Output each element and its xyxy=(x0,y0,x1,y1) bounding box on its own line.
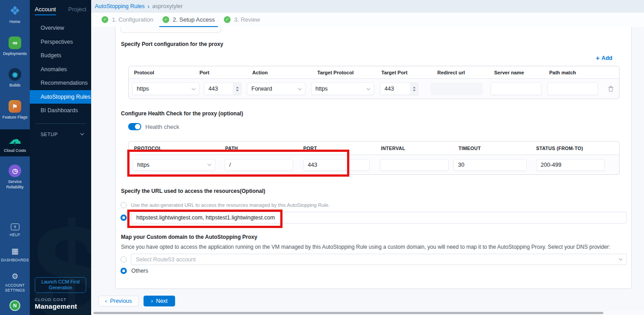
service-reliability-icon: ◷ xyxy=(9,164,21,177)
help-icon: ? xyxy=(11,224,19,230)
nav-home[interactable]: ❖ Home xyxy=(0,5,30,25)
hc-timeout-field xyxy=(454,159,527,171)
nav-dashboards[interactable]: ▦ DASHBOARDS xyxy=(0,247,30,263)
auto-url-radio[interactable] xyxy=(120,202,127,208)
nav-cloud-costs[interactable]: ☁$ Cloud Costs xyxy=(0,133,30,154)
nav-deployments[interactable]: ∞ Deployments xyxy=(0,37,30,57)
others-radio[interactable] xyxy=(120,268,127,274)
hc-status-field xyxy=(536,159,605,171)
path-match-input[interactable] xyxy=(552,86,593,92)
deployments-icon: ∞ xyxy=(9,37,21,49)
col-hc-interval: INTERVAL xyxy=(375,146,453,151)
next-button[interactable]: › Next xyxy=(144,296,175,306)
hc-path-input[interactable] xyxy=(229,162,288,168)
step-review[interactable]: ✓ 3. Review xyxy=(221,13,263,27)
col-action: Action xyxy=(247,70,312,75)
sidebar-item-perspectives[interactable]: Perspectives xyxy=(30,35,91,49)
breadcrumb-autostopping-rules[interactable]: AutoStopping Rules xyxy=(95,3,145,9)
protocol-select[interactable]: https xyxy=(132,82,199,95)
action-select[interactable]: Forward xyxy=(247,82,306,95)
route53-radio[interactable] xyxy=(120,256,127,263)
col-hc-port: PORT xyxy=(298,146,375,151)
chevron-down-icon xyxy=(366,86,370,90)
sidebar-setup-group[interactable]: SETUP xyxy=(30,132,91,137)
port-config-row: https 443 Forward https 4 xyxy=(129,79,619,99)
tab-project[interactable]: Project xyxy=(68,6,86,15)
horizontal-scrollbar-thumb[interactable] xyxy=(93,312,603,314)
step-configuration[interactable]: ✓ 1. Configuration xyxy=(98,13,157,27)
hc-port-input[interactable] xyxy=(308,162,365,168)
health-check-table: PROTOCOL PATH PORT INTERVAL TIMEOUT STAT… xyxy=(128,141,620,175)
nav-account-settings[interactable]: ⚙ ACCOUNT SETTINGS xyxy=(0,273,30,293)
setup-access-card: Specify Port configuration for the proxy… xyxy=(115,27,632,289)
path-match-field xyxy=(547,82,598,95)
health-check-toggle-row: Health check xyxy=(128,123,179,130)
redirect-url-input xyxy=(435,86,478,92)
sidebar-item-overview[interactable]: Overview xyxy=(30,21,91,35)
port-config-title: Specify Port configuration for the proxy xyxy=(121,41,223,47)
sidebar-item-budgets[interactable]: Budgets xyxy=(30,49,91,63)
sidebar-item-anomalies[interactable]: Anomalies xyxy=(30,63,91,77)
nav-builds[interactable]: ◉ Builds xyxy=(0,68,30,88)
nav-account-settings-label: ACCOUNT SETTINGS xyxy=(0,283,30,293)
sidebar-item-autostopping-rules[interactable]: AutoStopping Rules xyxy=(30,90,91,104)
cloud-costs-icon: ☁$ xyxy=(9,133,22,146)
route53-placeholder: Select Route53 account xyxy=(136,256,196,263)
hc-timeout-input[interactable] xyxy=(458,162,522,168)
custom-url-input[interactable] xyxy=(131,212,627,224)
col-target-protocol: Target Protocol xyxy=(312,70,376,75)
product-eyebrow: CLOUD COST xyxy=(35,297,77,302)
nav-builds-label: Builds xyxy=(9,83,22,88)
builds-icon: ◉ xyxy=(9,68,21,81)
product-brand: CLOUD COST Management xyxy=(35,297,77,310)
col-port: Port xyxy=(194,70,247,75)
scrolled-element-fragment xyxy=(120,27,221,33)
wizard-stepper: ✓ 1. Configuration ✓ 2. Setup Access ✓ 3… xyxy=(91,13,644,27)
target-port-stepper[interactable]: 443 xyxy=(380,82,418,95)
breadcrumb: AutoStopping Rules › asproxytyler xyxy=(91,0,644,13)
number-spinner-icon[interactable] xyxy=(233,83,241,95)
col-hc-timeout: TIMEOUT xyxy=(453,146,531,151)
hc-status-input[interactable] xyxy=(541,162,600,168)
server-name-input[interactable] xyxy=(495,86,537,92)
delete-row-button[interactable] xyxy=(608,86,614,92)
route53-account-select[interactable]: Select Route53 account xyxy=(131,254,627,265)
nav-help-label: HELP xyxy=(9,233,21,237)
nav-home-label: Home xyxy=(9,19,21,25)
tab-account[interactable]: Account xyxy=(35,6,56,15)
col-path-match: Path match xyxy=(544,70,620,75)
col-hc-path: PATH xyxy=(220,146,298,151)
hc-interval-input[interactable] xyxy=(385,162,444,168)
add-port-row-button[interactable]: + Add xyxy=(596,54,612,62)
feature-flags-icon: ⚑ xyxy=(9,100,21,113)
check-circle-icon: ✓ xyxy=(162,16,169,23)
nav-cloud-costs-selected: ☁$ Cloud Costs xyxy=(0,129,30,157)
hc-protocol-select[interactable]: https xyxy=(133,159,215,171)
breadcrumb-separator-icon: › xyxy=(148,4,150,9)
custom-url-radio[interactable] xyxy=(120,215,127,221)
step-setup-access[interactable]: ✓ 2. Setup Access xyxy=(159,13,218,27)
col-server-name: Server name xyxy=(489,70,544,75)
col-hc-status: STATUS (FROM-TO) xyxy=(531,146,620,151)
product-name: Management xyxy=(35,302,77,310)
hc-interval-field xyxy=(380,159,449,171)
target-protocol-select[interactable]: https xyxy=(311,82,374,95)
user-avatar[interactable]: N xyxy=(9,300,20,311)
nav-service-reliability[interactable]: ◷ Service Reliability xyxy=(0,164,30,190)
ccm-sidebar: $ Account Project Overview Perspectives … xyxy=(30,0,91,315)
nav-help[interactable]: ? HELP xyxy=(0,224,30,237)
launch-ccm-first-gen-button[interactable]: Launch CCM First Generation xyxy=(35,277,86,293)
health-check-toggle[interactable] xyxy=(128,123,141,130)
nav-feature-flags[interactable]: ⚑ Feature Flags xyxy=(0,100,30,120)
sidebar-item-bi-dashboards[interactable]: BI Dashboards xyxy=(30,104,91,118)
check-circle-icon: ✓ xyxy=(102,16,108,23)
harness-logo-icon: ❖ xyxy=(9,5,20,17)
redirect-url-field xyxy=(431,82,483,95)
add-label: Add xyxy=(602,55,612,61)
sidebar-item-recommendations[interactable]: Recommendations xyxy=(30,76,91,90)
auto-url-label: Use the auto-generated URL to access the… xyxy=(131,202,329,208)
port-stepper[interactable]: 443 xyxy=(204,82,241,95)
previous-button[interactable]: ‹ Previous xyxy=(98,296,139,306)
number-spinner-icon[interactable] xyxy=(410,83,418,95)
gear-icon: ⚙ xyxy=(11,273,18,281)
